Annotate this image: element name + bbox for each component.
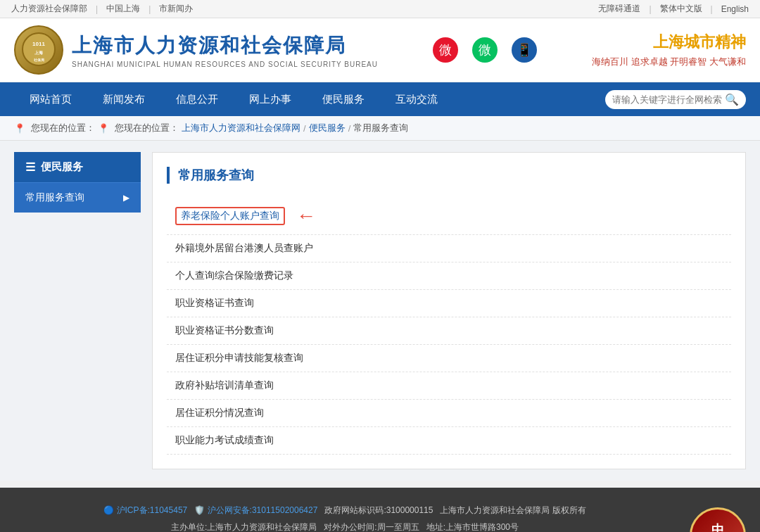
breadcrumb-label: 您现在的位置： (31, 122, 95, 134)
location-icon-2: 📍 (98, 123, 109, 134)
footer-line1: 🔵 沪ICP备:11045457 🛡️ 沪公网安备:31011502006427… (14, 502, 676, 519)
list-item[interactable]: 职业资格证书查询 (167, 290, 731, 317)
sidebar-title-text: 便民服务 (41, 160, 83, 174)
badge-inner: 中 政政机关 (702, 521, 733, 532)
emblem-inner: 1011 上海 社保局 (21, 32, 56, 68)
service-list: 养老保险个人账户查询 ← 外籍境外居留台港澳人员查账户 个人查询综合保险缴费记录… (167, 198, 731, 455)
top-link-shanghai[interactable]: 中国上海 (106, 3, 140, 15)
nav-interact[interactable]: 互动交流 (380, 82, 453, 116)
footer-content: 🔵 沪ICP备:11045457 🛡️ 沪公网安备:31011502006427… (14, 502, 746, 532)
list-item[interactable]: 职业能力考试成绩查询 (167, 427, 731, 455)
search-icon[interactable]: 🔍 (725, 93, 739, 106)
city-spirit-subtitle: 海纳百川 追求卓越 开明睿智 大气谦和 (592, 56, 746, 68)
residence-skill-link[interactable]: 居住证积分申请技能复核查询 (175, 352, 303, 365)
top-bar: 人力资源社会保障部 | 中国上海 | 市新闻办 无障碍通道 | 繁体中文版 | … (0, 0, 760, 18)
nav-online[interactable]: 网上办事 (234, 82, 307, 116)
foreign-query-link[interactable]: 外籍境外居留台港澳人员查账户 (175, 242, 313, 255)
list-item[interactable]: 居住证积分情况查询 (167, 400, 731, 427)
menu-icon: ☰ (25, 160, 35, 174)
logo-cn-text: 上海市人力资源和社会保障局 (72, 32, 378, 59)
footer-text: 🔵 沪ICP备:11045457 🛡️ 沪公网安备:31011502006427… (14, 502, 676, 532)
header-social: 微 微 📱 (378, 37, 592, 63)
breadcrumb-label2: 您现在的位置： (115, 122, 179, 134)
logo-en-text: SHANGHAI MUNICIPAL HUMAN RESOURCES AND S… (72, 61, 378, 68)
security-link[interactable]: 沪公网安备:31011502006427 (208, 505, 318, 515)
sidebar-item-label: 常用服务查询 (25, 191, 84, 204)
list-item[interactable]: 养老保险个人账户查询 ← (167, 198, 731, 235)
main-content: ☰ 便民服务 常用服务查询 ▶ 常用服务查询 养老保险个人账户查询 ← 外籍境外… (0, 141, 760, 481)
top-link-news[interactable]: 市新闻办 (159, 3, 193, 15)
breadcrumb-current: 常用服务查询 (353, 122, 408, 134)
mobile-icon[interactable]: 📱 (512, 37, 537, 63)
top-link-hrss[interactable]: 人力资源社会保障部 (11, 3, 87, 15)
cert-score-link[interactable]: 职业资格证书分数查询 (175, 324, 274, 337)
cert-query-link[interactable]: 职业资格证书查询 (175, 297, 254, 310)
english-link[interactable]: English (721, 4, 749, 14)
org-text: 上海市人力资源和社会保障局 版权所有 (440, 505, 585, 515)
nav-bar: 网站首页 新闻发布 信息公开 网上办事 便民服务 互动交流 🔍 (0, 82, 760, 116)
nav-info[interactable]: 信息公开 (160, 82, 234, 116)
content-area: 常用服务查询 养老保险个人账户查询 ← 外籍境外居留台港澳人员查账户 个人查询综… (152, 152, 746, 469)
traditional-chinese-link[interactable]: 繁体中文版 (660, 3, 702, 15)
wechat-icon[interactable]: 微 (472, 37, 498, 63)
city-spirit-title: 上海城市精神 (592, 32, 746, 53)
sidebar-arrow-icon: ▶ (123, 193, 129, 203)
accessibility-link[interactable]: 无障碍通道 (598, 3, 640, 15)
footer-line2: 主办单位:上海市人力资源和社会保障局 对外办公时间:周一至周五 地址:上海市世博… (14, 519, 676, 532)
svg-text:社保局: 社保局 (33, 58, 44, 62)
list-item[interactable]: 外籍境外居留台港澳人员查账户 (167, 235, 731, 262)
residence-points-link[interactable]: 居住证积分情况查询 (175, 407, 264, 419)
icp-link[interactable]: 沪ICP备:11045457 (117, 505, 188, 515)
content-title: 常用服务查询 (167, 167, 731, 184)
list-item[interactable]: 个人查询综合保险缴费记录 (167, 262, 731, 290)
svg-text:上海: 上海 (34, 50, 44, 55)
breadcrumb-home[interactable]: 上海市人力资源和社会保障网 (182, 122, 300, 134)
gov-code: 政府网站标识码:3100000115 (324, 505, 433, 515)
search-box[interactable]: 🔍 (605, 90, 746, 109)
zhengwu-badge: 中 政政机关 (690, 507, 746, 532)
red-arrow-icon: ← (296, 205, 316, 227)
breadcrumb-services[interactable]: 便民服务 (309, 122, 346, 134)
city-spirit: 上海城市精神 海纳百川 追求卓越 开明睿智 大气谦和 (592, 32, 746, 68)
svg-text:1011: 1011 (32, 41, 45, 47)
subsidy-training-link[interactable]: 政府补贴培训清单查询 (175, 379, 274, 392)
list-item[interactable]: 居住证积分申请技能复核查询 (167, 345, 731, 372)
list-item[interactable]: 职业资格证书分数查询 (167, 317, 731, 345)
breadcrumb: 📍 您现在的位置： 📍 您现在的位置： 上海市人力资源和社会保障网 / 便民服务… (0, 116, 760, 141)
sidebar: ☰ 便民服务 常用服务查询 ▶ (14, 152, 141, 469)
top-bar-right: 无障碍通道 | 繁体中文版 | English (598, 3, 749, 15)
logo-emblem: 1011 上海 社保局 (14, 25, 63, 75)
header: 1011 上海 社保局 上海市人力资源和社会保障局 SHANGHAI MUNIC… (0, 18, 760, 82)
weibo-icon[interactable]: 微 (433, 37, 458, 63)
top-bar-left: 人力资源社会保障部 | 中国上海 | 市新闻办 (11, 3, 193, 15)
logo-text: 上海市人力资源和社会保障局 SHANGHAI MUNICIPAL HUMAN R… (72, 32, 378, 68)
icp-text: 🔵 (103, 505, 116, 515)
security-icon: 🛡️ (194, 505, 207, 515)
nav-items: 网站首页 新闻发布 信息公开 网上办事 便民服务 互动交流 (14, 82, 605, 116)
list-item[interactable]: 政府补贴培训清单查询 (167, 372, 731, 400)
logo-section: 1011 上海 社保局 上海市人力资源和社会保障局 SHANGHAI MUNIC… (14, 25, 378, 75)
sidebar-title: ☰ 便民服务 (14, 152, 141, 182)
insurance-record-link[interactable]: 个人查询综合保险缴费记录 (175, 270, 293, 282)
location-icon: 📍 (14, 123, 25, 134)
footer: 🔵 沪ICP备:11045457 🛡️ 沪公网安备:31011502006427… (0, 488, 760, 532)
pension-query-link[interactable]: 养老保险个人账户查询 (175, 207, 285, 225)
sidebar-item-common-query[interactable]: 常用服务查询 ▶ (14, 182, 141, 213)
career-exam-link[interactable]: 职业能力考试成绩查询 (175, 434, 274, 447)
search-input[interactable] (612, 94, 725, 105)
nav-home[interactable]: 网站首页 (14, 82, 87, 116)
nav-services[interactable]: 便民服务 (307, 82, 380, 116)
nav-news[interactable]: 新闻发布 (87, 82, 160, 116)
